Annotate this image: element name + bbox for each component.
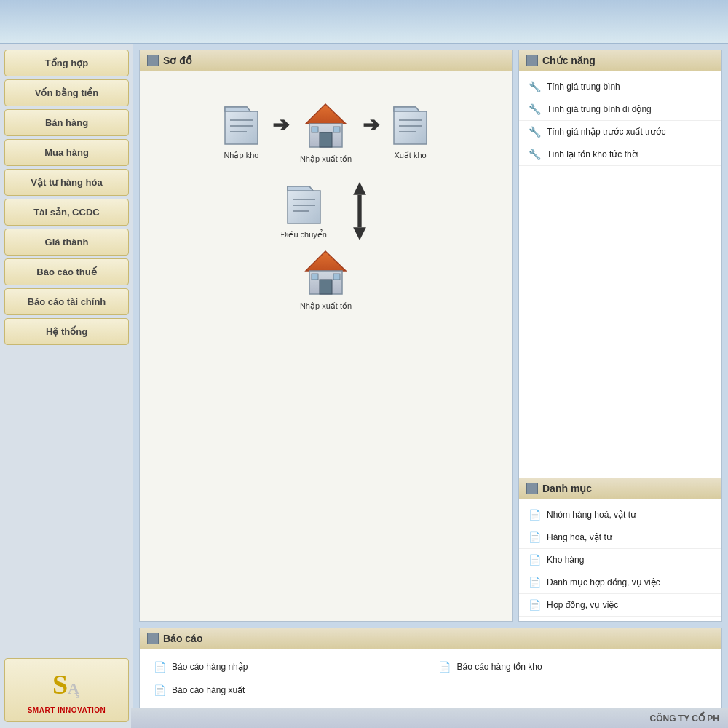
sidebar-item-von-bang-tien[interactable]: Vốn bằng tiền xyxy=(4,79,129,106)
diagram-header-icon xyxy=(147,55,159,66)
danh-muc-title: Danh mục xyxy=(542,483,592,494)
nhap-kho-icon xyxy=(221,104,261,148)
sidebar-item-vat-tu-hang-hoa[interactable]: Vật tư hàng hóa xyxy=(4,169,129,196)
logo-icon: S A s xyxy=(49,666,85,703)
nhap-xuat-ton-2-icon xyxy=(302,248,349,298)
danh-muc-header-icon xyxy=(526,483,538,494)
danh-muc-item-2[interactable]: 📄 Kho hàng xyxy=(519,549,721,571)
svg-marker-14 xyxy=(394,107,419,111)
svg-text:S: S xyxy=(52,669,68,699)
danh-muc-label-0: Nhóm hàng hoá, vật tư xyxy=(547,510,636,520)
chuc-nang-title: Chức năng xyxy=(542,55,596,66)
func-label-1: Tính giá trung bình di động xyxy=(547,104,652,114)
doc-icon-0: 📄 xyxy=(528,509,541,521)
doc-icon-4: 📄 xyxy=(528,599,541,611)
diagram-content: Nhập kho ➔ xyxy=(140,71,512,621)
sidebar-item-gia-thanh[interactable]: Giá thành xyxy=(4,229,129,256)
chuc-nang-header: Chức năng xyxy=(519,50,721,71)
sidebar-item-bao-cao-tai-chinh[interactable]: Báo cáo tài chính xyxy=(4,288,129,315)
sidebar-item-bao-cao-thue[interactable]: Báo cáo thuế xyxy=(4,258,129,285)
svg-rect-24 xyxy=(357,195,361,227)
bottom-bar-text: CÔNG TY CỔ PH xyxy=(650,713,719,724)
svg-rect-28 xyxy=(320,280,332,294)
node-nhap-xuat-ton-1: Nhập xuất tồn xyxy=(300,100,352,164)
top-section: Sơ đồ xyxy=(139,50,722,622)
hammer-icon-1: 🔧 xyxy=(528,103,541,115)
danh-muc-section: Danh mục 📄 Nhóm hàng hoá, vật tư 📄 Hàng … xyxy=(519,478,721,621)
func-item-tinh-gia-nhap-truoc[interactable]: 🔧 Tính giá nhập trước xuất trước xyxy=(519,121,721,143)
diagram-panel: Sơ đồ xyxy=(139,50,513,622)
svg-rect-30 xyxy=(333,274,340,280)
report-doc-icon-2: 📄 xyxy=(153,684,166,696)
svg-marker-23 xyxy=(353,182,366,195)
func-label-2: Tính giá nhập trước xuất trước xyxy=(547,127,665,137)
report-item-hang-ton-kho[interactable]: 📄 Báo cáo hàng tồn kho xyxy=(434,658,713,676)
nhap-xuat-ton-1-icon xyxy=(302,100,349,151)
func-item-tinh-lai-ton-kho[interactable]: 🔧 Tính lại tồn kho tức thời xyxy=(519,143,721,166)
node-nhap-kho: Nhập kho xyxy=(221,104,261,160)
node-xuat-kho: Xuất kho xyxy=(390,104,430,160)
svg-marker-4 xyxy=(225,107,250,111)
doc-icon-1: 📄 xyxy=(528,531,541,543)
doc-icon-3: 📄 xyxy=(528,577,541,588)
report-label-1: Báo cáo hàng tồn kho xyxy=(457,662,542,672)
report-grid: 📄 Báo cáo hàng nhập 📄 Báo cáo hàng tồn k… xyxy=(140,649,721,708)
node-dieu-chuyen: Điều chuyển xyxy=(281,183,327,240)
report-item-hang-nhap[interactable]: 📄 Báo cáo hàng nhập xyxy=(149,658,428,676)
func-label-3: Tính lại tồn kho tức thời xyxy=(547,149,638,159)
func-label-0: Tính giá trung bình xyxy=(547,82,620,92)
top-bar xyxy=(0,0,728,44)
danh-muc-item-4[interactable]: 📄 Hợp đồng, vụ việc xyxy=(519,594,721,617)
chuc-nang-section: Chức năng 🔧 Tính giá trung bình 🔧 Tính g… xyxy=(519,50,721,478)
danh-muc-header: Danh mục xyxy=(519,478,721,499)
danh-muc-label-4: Hợp đồng, vụ việc xyxy=(547,600,618,610)
danh-muc-item-3[interactable]: 📄 Danh mục hợp đồng, vụ việc xyxy=(519,571,721,594)
diagram-middle: Điều chuyển xyxy=(281,182,371,240)
sidebar-logo: S A s SMART INNOVATION xyxy=(4,658,129,722)
sidebar-item-ban-hang[interactable]: Bán hàng xyxy=(4,109,129,136)
sidebar-item-tai-san-ccdc[interactable]: Tài sản, CCDC xyxy=(4,199,129,226)
hammer-icon-0: 🔧 xyxy=(528,81,541,92)
svg-rect-11 xyxy=(312,127,318,132)
danh-muc-list: 📄 Nhóm hàng hoá, vật tư 📄 Hàng hoá, vật … xyxy=(519,499,721,621)
sidebar-item-he-thong[interactable]: Hệ thống xyxy=(4,318,129,345)
report-header-icon xyxy=(147,633,159,644)
dieu-chuyen-icon xyxy=(284,183,324,227)
report-panel-title: Báo cáo xyxy=(163,633,202,644)
danh-muc-item-1[interactable]: 📄 Hàng hoá, vật tư xyxy=(519,526,721,549)
sidebar-item-mua-hang[interactable]: Mua hàng xyxy=(4,139,129,166)
sidebar-item-tong-hop[interactable]: Tổng hợp xyxy=(4,50,129,76)
svg-marker-26 xyxy=(306,251,346,271)
svg-rect-12 xyxy=(333,127,340,132)
report-label-0: Báo cáo hàng nhập xyxy=(172,662,248,672)
xuat-kho-label: Xuất kho xyxy=(394,151,426,160)
content-area: Sơ đồ xyxy=(133,44,728,728)
danh-muc-item-0[interactable]: 📄 Nhóm hàng hoá, vật tư xyxy=(519,504,721,526)
report-item-hang-xuat[interactable]: 📄 Báo cáo hàng xuất xyxy=(149,681,428,699)
func-list: 🔧 Tính giá trung bình 🔧 Tính giá trung b… xyxy=(519,71,721,170)
hammer-icon-2: 🔧 xyxy=(528,126,541,138)
svg-marker-19 xyxy=(288,186,313,191)
chuc-nang-header-icon xyxy=(526,55,538,66)
svg-rect-29 xyxy=(312,274,318,280)
danh-muc-label-2: Kho hàng xyxy=(547,555,584,565)
bottom-bar: CÔNG TY CỔ PH xyxy=(131,708,728,728)
arrow-nhap-to-warehouse: ➔ xyxy=(272,115,289,150)
danh-muc-label-1: Hàng hoá, vật tư xyxy=(547,532,612,542)
doc-icon-2: 📄 xyxy=(528,554,541,566)
svg-marker-25 xyxy=(353,227,366,240)
nhap-xuat-ton-2-label: Nhập xuất tồn xyxy=(300,301,352,311)
report-label-2: Báo cáo hàng xuất xyxy=(172,685,245,695)
report-doc-icon-0: 📄 xyxy=(153,661,166,673)
logo-text: SMART INNOVATION xyxy=(28,706,106,714)
dieu-chuyen-label: Điều chuyển xyxy=(281,230,327,240)
xuat-kho-icon xyxy=(390,104,430,148)
diagram-panel-title: Sơ đồ xyxy=(163,55,192,66)
danh-muc-label-3: Danh mục hợp đồng, vụ việc xyxy=(547,577,660,587)
diagram-panel-header: Sơ đồ xyxy=(140,50,512,71)
arrow-warehouse-to-xuat: ➔ xyxy=(363,115,379,150)
node-nhap-xuat-ton-2: Nhập xuất tồn xyxy=(300,248,352,311)
func-item-tinh-gia-tb-di-dong[interactable]: 🔧 Tính giá trung bình di động xyxy=(519,98,721,121)
svg-marker-8 xyxy=(306,104,346,124)
func-item-tinh-gia-tb[interactable]: 🔧 Tính giá trung bình xyxy=(519,76,721,98)
